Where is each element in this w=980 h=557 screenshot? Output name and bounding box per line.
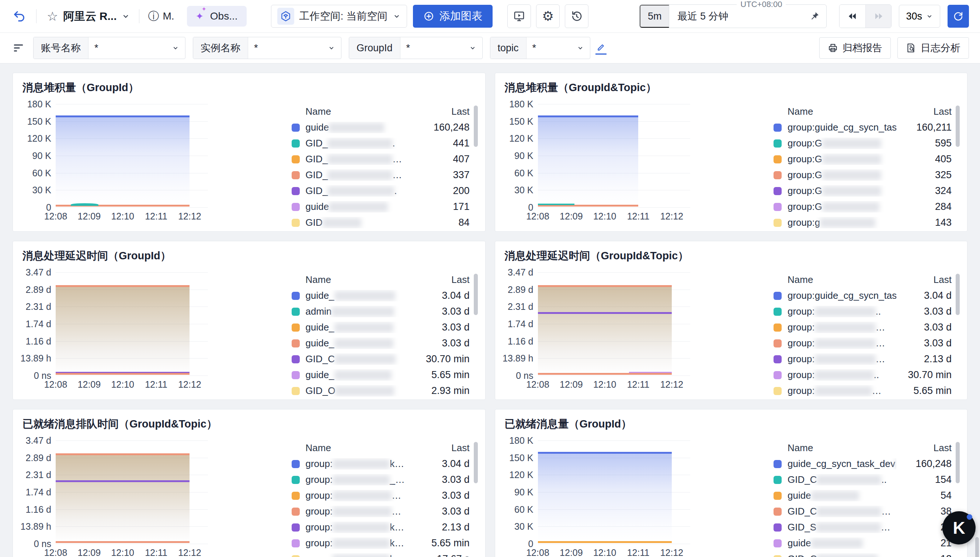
legend-scrollbar[interactable] [474, 442, 478, 483]
legend-scrollbar[interactable] [956, 274, 960, 315]
legend-scrollbar[interactable] [474, 106, 478, 147]
legend-scrollbar[interactable] [474, 274, 478, 315]
legend-row[interactable]: group:guide_cg_sycn_task160,211 [774, 119, 960, 135]
redacted-text [333, 475, 390, 485]
legend-row[interactable]: GID_C…12 [774, 551, 960, 557]
legend-row[interactable]: GID84 [292, 215, 478, 231]
legend-row[interactable]: group:G284 [774, 199, 960, 215]
legend-row[interactable]: GID_S…24 [774, 520, 960, 535]
legend-row[interactable]: group:..30.70 min [774, 367, 960, 383]
legend-row[interactable]: guide_3.04 d [292, 288, 478, 304]
legend-row[interactable]: group:..3.03 d [774, 304, 960, 319]
dashboard-title-dropdown[interactable]: 阿里云 R... [59, 9, 130, 24]
legend-row[interactable]: GID_.441 [292, 135, 478, 151]
legend-row[interactable]: group:…3.03 d [774, 335, 960, 351]
series-color-chip [292, 523, 300, 531]
filter-topic-select[interactable]: * [527, 37, 590, 59]
legend-scrollbar[interactable] [956, 106, 960, 147]
gridline [538, 440, 690, 441]
legend-row[interactable]: guide54 [774, 488, 960, 503]
workspace-selector[interactable]: 工作空间: 当前空间 [271, 5, 408, 28]
series-color-chip [774, 371, 782, 379]
legend-row[interactable]: GID_C..154 [774, 472, 960, 488]
legend-row[interactable]: GID_C…38 [774, 503, 960, 520]
legend-row[interactable]: admin3.03 d [292, 304, 478, 319]
chart[interactable]: 3.47 d2.89 d2.31 d1.74 d1.16 d13.89 h0 n… [22, 266, 208, 399]
interval-chip[interactable]: 5m [640, 5, 670, 28]
archive-report-button[interactable]: 归档报告 [819, 37, 891, 59]
legend-row[interactable]: guide_5.65 min [292, 367, 478, 383]
legend-row[interactable]: group:…5.65 min [774, 383, 960, 399]
area-series [56, 453, 190, 542]
x-tick-label: 12:09 [78, 211, 101, 222]
legend-row[interactable]: group:G405 [774, 151, 960, 167]
history-button[interactable] [565, 5, 588, 28]
info-group[interactable]: ⓘ M. [148, 9, 174, 24]
legend-row[interactable]: group:…3.03 d [292, 488, 478, 503]
settings-button[interactable]: ⚙ [536, 5, 560, 28]
filter-account-select[interactable]: * [88, 37, 185, 59]
time-range-input[interactable]: 最近 5 分钟 [669, 10, 807, 23]
chart[interactable]: 180 K150 K120 K90 K60 K30 K0 12:0812:091… [22, 98, 208, 231]
chart[interactable]: 3.47 d2.89 d2.31 d1.74 d1.16 d13.89 h0 n… [22, 435, 208, 557]
series-name: GID_C.. [788, 474, 896, 485]
k-assistant-badge[interactable]: K [943, 511, 975, 544]
legend-row[interactable]: guide_3.03 d [292, 319, 478, 335]
legend-row[interactable]: GID_C30.70 min [292, 351, 478, 367]
legend-row[interactable]: GID_.200 [292, 183, 478, 199]
chart[interactable]: 180 K150 K120 K90 K60 K30 K0 12:0812:091… [504, 98, 690, 231]
legend-row[interactable]: guide160,248 [292, 119, 478, 135]
series-last-value: 17.67 s [414, 553, 470, 557]
legend-row[interactable]: group:k…5.65 min [292, 535, 478, 551]
legend-row[interactable]: group:…3.03 d [774, 319, 960, 335]
filter-topic-value: * [532, 42, 536, 54]
filter-groupid-select[interactable]: * [400, 37, 482, 59]
legend-row[interactable]: group:G595 [774, 135, 960, 151]
series-last-value: 3.03 d [414, 322, 470, 333]
redacted-text [323, 218, 361, 228]
chart[interactable]: 3.47 d2.89 d2.31 d1.74 d1.16 d13.89 h0 n… [504, 266, 690, 399]
legend-row[interactable]: guide_3.03 d [292, 335, 478, 351]
legend-row[interactable]: GID_…337 [292, 167, 478, 183]
time-back-button[interactable] [840, 5, 865, 28]
add-chart-button[interactable]: 添加图表 [413, 5, 492, 28]
series-last-value: 5.65 min [414, 369, 470, 381]
y-tick-label: 2.31 d [26, 301, 51, 312]
series-last-value: 160,211 [896, 122, 952, 133]
legend-row[interactable]: guide171 [292, 199, 478, 215]
legend-scrollbar[interactable] [956, 442, 960, 483]
obs-assistant-button[interactable]: ✦✦ Obs... [187, 6, 247, 26]
back-button[interactable] [11, 8, 27, 24]
legend-row[interactable]: group:…2.13 d [774, 351, 960, 367]
panel-title: 消息堆积量（GroupId） [23, 80, 478, 95]
x-tick-label: 12:09 [78, 379, 101, 390]
legend-row[interactable]: group:k…2.13 d [292, 520, 478, 535]
log-analysis-button[interactable]: 日志分析 [897, 37, 969, 59]
legend-row[interactable]: guide21 [774, 535, 960, 551]
legend-row[interactable]: group:k…17.67 s [292, 551, 478, 557]
presentation-mode-button[interactable] [507, 5, 531, 28]
chart[interactable]: 180 K150 K120 K90 K60 K30 K0 12:0812:091… [504, 435, 690, 557]
legend-row[interactable]: group:guide_cg_sycn_tas…3.04 d [774, 288, 960, 304]
time-forward-button[interactable] [865, 5, 891, 28]
legend-row[interactable]: guide_cg_sycn_task_dev160,248 [774, 456, 960, 472]
pin-button[interactable] [807, 11, 826, 21]
legend-row[interactable]: GID_O2.93 min [292, 383, 478, 399]
favorite-star-button[interactable]: ☆ [46, 8, 59, 24]
legend-row[interactable]: group:_…3.03 d [292, 472, 478, 488]
legend-row[interactable]: GID_…407 [292, 151, 478, 167]
gridline [56, 440, 208, 441]
refresh-button[interactable] [947, 5, 969, 28]
filter-toggle-button[interactable] [11, 41, 26, 55]
legend-row[interactable]: group:k…3.04 d [292, 456, 478, 472]
edit-filters-button[interactable] [595, 42, 606, 55]
filter-instance-select[interactable]: * [248, 37, 341, 59]
legend-row[interactable]: group:…3.03 d [292, 503, 478, 520]
legend-row[interactable]: group:G324 [774, 183, 960, 199]
legend-row[interactable]: group:g143 [774, 215, 960, 231]
legend-row[interactable]: group:G325 [774, 167, 960, 183]
refresh-interval-select[interactable]: 30s [899, 5, 940, 28]
x-tick-label: 12:10 [593, 379, 616, 390]
series-last-value: 3.03 d [896, 306, 952, 317]
page-scrollbar[interactable] [975, 537, 979, 557]
